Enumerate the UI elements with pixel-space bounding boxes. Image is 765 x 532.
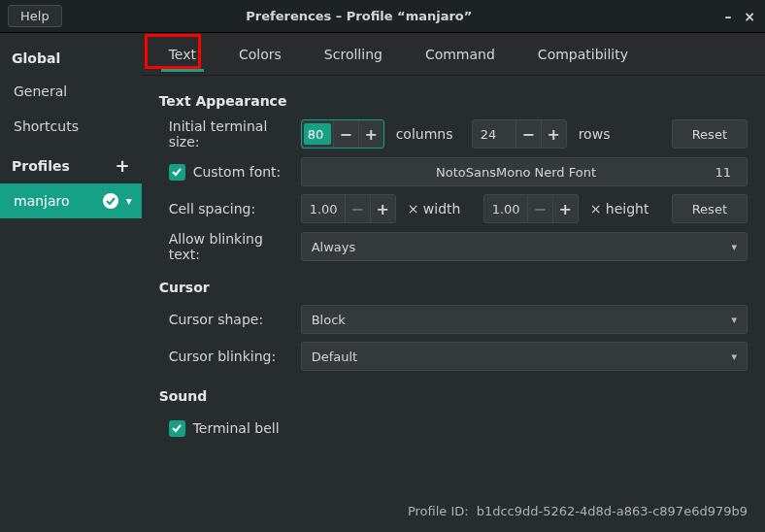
sidebar-item-manjaro[interactable]: manjaro ▾ [0, 183, 142, 218]
custom-font-check-label[interactable]: Custom font: [159, 164, 295, 181]
width-spin[interactable]: − + [301, 194, 396, 223]
content: Global General Shortcuts Profiles + manj… [0, 33, 765, 532]
section-sound: Sound [159, 388, 748, 404]
profile-menu-icon[interactable]: ▾ [126, 194, 132, 208]
profile-row-icons: ▾ [103, 193, 132, 209]
reset-size-button[interactable]: Reset [672, 119, 748, 149]
terminal-bell-label: Terminal bell [193, 420, 280, 436]
custom-font-label: Custom font: [193, 164, 282, 180]
cursor-shape-dropdown[interactable]: Block ▾ [301, 305, 748, 334]
help-button[interactable]: Help [8, 5, 62, 27]
row-custom-font: Custom font: NotoSansMono Nerd Font 11 [159, 157, 748, 186]
width-increment-icon[interactable]: + [370, 195, 395, 222]
add-profile-icon[interactable]: + [116, 155, 130, 176]
panel: Text Appearance Initial terminal size: −… [142, 76, 765, 496]
section-text-appearance: Text Appearance [159, 93, 748, 109]
columns-spin[interactable]: − + [301, 119, 384, 149]
minimize-button[interactable]: – [720, 9, 736, 24]
rows-label: rows [573, 126, 649, 142]
profile-id-value: b1dcc9dd-5262-4d8d-a863-c897e6d979b9 [477, 504, 748, 518]
window-title: Preferences – Profile “manjaro” [62, 9, 715, 23]
tab-compatibility[interactable]: Compatibility [516, 33, 649, 76]
chevron-down-icon: ▾ [731, 314, 737, 326]
tab-colors[interactable]: Colors [217, 33, 303, 76]
width-input[interactable] [302, 195, 345, 222]
cursor-blinking-value: Default [312, 349, 358, 364]
row-cursor-blinking: Cursor blinking: Default ▾ [159, 342, 748, 371]
main: Text Colors Scrolling Command Compatibil… [142, 33, 765, 532]
custom-font-checkbox[interactable] [169, 164, 185, 181]
sidebar-header-profiles: Profiles + [0, 144, 142, 183]
row-terminal-bell: Terminal bell [159, 414, 748, 443]
columns-label: columns [390, 126, 466, 142]
columns-increment-icon[interactable]: + [358, 120, 383, 148]
tab-text-label: Text [169, 47, 196, 62]
allow-blinking-label: Allow blinking text: [159, 231, 295, 262]
reset-spacing-button[interactable]: Reset [672, 194, 748, 223]
close-button[interactable]: × [742, 9, 757, 24]
font-name: NotoSansMono Nerd Font [317, 165, 715, 180]
row-cursor-shape: Cursor shape: Block ▾ [159, 305, 748, 334]
columns-input[interactable] [304, 123, 331, 145]
terminal-bell-checkbox[interactable] [169, 420, 185, 437]
height-increment-icon[interactable]: + [552, 195, 578, 222]
sidebar-header-global: Global [0, 39, 142, 74]
footer: Profile ID: b1dcc9dd-5262-4d8d-a863-c897… [142, 496, 765, 532]
cursor-shape-label: Cursor shape: [159, 312, 295, 327]
sidebar-item-general[interactable]: General [0, 74, 142, 109]
sidebar-item-label: manjaro [14, 193, 70, 209]
cursor-blinking-label: Cursor blinking: [159, 349, 295, 364]
font-chooser-button[interactable]: NotoSansMono Nerd Font 11 [301, 157, 748, 186]
allow-blinking-value: Always [312, 240, 356, 254]
tab-command[interactable]: Command [404, 33, 516, 76]
tab-scrolling[interactable]: Scrolling [303, 33, 404, 76]
profiles-header-label: Profiles [12, 158, 70, 174]
tab-text[interactable]: Text [148, 33, 217, 76]
cursor-blinking-dropdown[interactable]: Default ▾ [301, 342, 748, 371]
profile-id-label: Profile ID: [408, 504, 469, 518]
initial-size-label: Initial terminal size: [159, 118, 295, 150]
font-size: 11 [715, 165, 731, 180]
rows-increment-icon[interactable]: + [541, 120, 566, 148]
height-label: × height [584, 201, 660, 216]
allow-blinking-dropdown[interactable]: Always ▾ [301, 232, 748, 261]
rows-decrement-icon[interactable]: − [516, 120, 541, 148]
cursor-shape-value: Block [312, 313, 346, 327]
rows-input[interactable] [473, 120, 516, 148]
profile-default-icon [103, 193, 118, 209]
row-allow-blinking: Allow blinking text: Always ▾ [159, 231, 748, 262]
columns-decrement-icon[interactable]: − [333, 120, 358, 148]
height-decrement-icon[interactable]: − [527, 195, 552, 222]
cell-spacing-label: Cell spacing: [159, 201, 295, 216]
tabs: Text Colors Scrolling Command Compatibil… [142, 33, 765, 76]
rows-spin[interactable]: − + [472, 119, 567, 149]
sidebar: Global General Shortcuts Profiles + manj… [0, 33, 142, 532]
chevron-down-icon: ▾ [731, 241, 737, 253]
sidebar-item-shortcuts[interactable]: Shortcuts [0, 109, 142, 144]
titlebar: Help Preferences – Profile “manjaro” – × [0, 0, 765, 33]
chevron-down-icon: ▾ [731, 350, 737, 363]
terminal-bell-check-label[interactable]: Terminal bell [159, 420, 280, 437]
width-decrement-icon[interactable]: − [345, 195, 370, 222]
section-cursor: Cursor [159, 280, 748, 295]
height-spin[interactable]: − + [483, 194, 579, 223]
preferences-window: Help Preferences – Profile “manjaro” – ×… [0, 0, 765, 532]
width-label: × width [402, 201, 478, 216]
row-initial-size: Initial terminal size: − + columns − + r… [159, 118, 748, 150]
height-input[interactable] [484, 195, 527, 222]
row-cell-spacing: Cell spacing: − + × width − + × height R… [159, 194, 748, 223]
